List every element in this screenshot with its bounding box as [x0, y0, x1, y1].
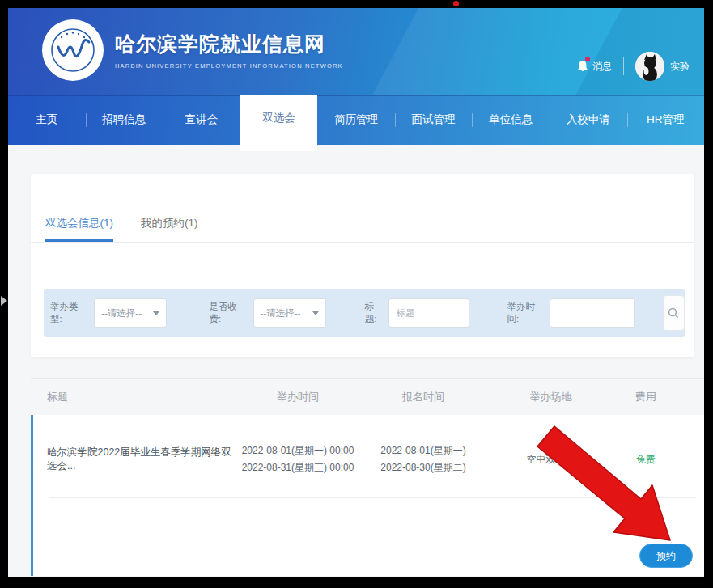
row-venue: 空中双选会 [492, 451, 609, 468]
signup-time-start: 2022-08-01(星期一) [354, 442, 492, 459]
header-actions: 消息 实验 [577, 52, 690, 81]
site-subtitle: HARBIN UNIVERSITY EMPLOYMENT INFORMATION… [115, 62, 343, 70]
header-divider [623, 57, 624, 75]
nav-item-campus-entry[interactable]: 入校申请 [550, 95, 627, 145]
hold-time-end: 2022-08-31(星期三) 00:00 [241, 459, 354, 476]
content-tabs: 双选会信息(1) 我的预约(1) [31, 174, 694, 243]
row-cells: 哈尔滨学院2022届毕业生春季学期网络双选会... 2022-08-01(星期一… [33, 415, 704, 497]
filter-time: 举办时间: [507, 298, 634, 328]
signup-time-end: 2022-08-30(星期二) [354, 459, 492, 476]
filter-title: 标题: [365, 298, 470, 328]
table-row[interactable]: 哈尔滨学院2022届毕业生春季学期网络双选会... 2022-08-01(星期一… [31, 415, 704, 576]
col-title: 标题 [47, 390, 241, 404]
logo-seal-icon [47, 24, 99, 76]
edge-artifact-icon [1, 296, 7, 306]
nav-item-infosession[interactable]: 宣讲会 [163, 95, 240, 145]
tab-fair-info[interactable]: 双选会信息(1) [45, 216, 113, 242]
row-fee-badge: 免费 [609, 453, 682, 467]
hold-time-start: 2022-08-01(星期一) 00:00 [241, 442, 354, 459]
row-hold-time: 2022-08-01(星期一) 00:00 2022-08-31(星期三) 00… [241, 442, 354, 476]
user-label: 实验 [670, 60, 690, 74]
university-logo [42, 19, 104, 81]
main-nav: 主页 招聘信息 宣讲会 双选会 简历管理 面试管理 单位信息 入校申请 HR管理 [8, 95, 704, 145]
page: 哈尔滨学院就业信息网 HARBIN UNIVERSITY EMPLOYMENT … [8, 8, 704, 577]
avatar [635, 52, 664, 81]
book-button[interactable]: 预约 [639, 544, 693, 568]
chevron-down-icon [312, 311, 319, 315]
nav-item-company[interactable]: 单位信息 [472, 95, 550, 145]
screenshot-frame: 哈尔滨学院就业信息网 HARBIN UNIVERSITY EMPLOYMENT … [0, 0, 713, 588]
bell-icon [577, 60, 588, 73]
col-signup-time: 报名时间 [354, 390, 492, 404]
time-input[interactable] [550, 298, 635, 328]
search-icon [668, 307, 679, 319]
col-hold-time: 举办时间 [241, 390, 354, 404]
fair-table: 标题 举办时间 报名时间 举办场地 费用 哈尔滨学院2022届毕业生春季学期网络… [31, 378, 704, 576]
filter-fee-label: 是否收费: [209, 301, 248, 325]
nav-item-interview[interactable]: 面试管理 [395, 95, 473, 145]
filter-type: 举办类型: --请选择-- [50, 298, 167, 328]
filter-fee-select[interactable]: --请选择-- [253, 298, 326, 328]
notification-dot [585, 57, 590, 61]
filter-type-label: 举办类型: [50, 301, 89, 325]
row-signup-time: 2022-08-01(星期一) 2022-08-30(星期二) [354, 442, 492, 476]
site-titles: 哈尔滨学院就业信息网 HARBIN UNIVERSITY EMPLOYMENT … [115, 31, 343, 70]
filter-title-label: 标题: [365, 301, 384, 325]
col-venue: 举办场地 [492, 390, 609, 404]
user-menu[interactable]: 实验 [635, 52, 690, 81]
site-title: 哈尔滨学院就业信息网 [115, 31, 343, 57]
row-divider [49, 497, 696, 498]
site-header: 哈尔滨学院就业信息网 HARBIN UNIVERSITY EMPLOYMENT … [8, 8, 704, 95]
filter-fee: 是否收费: --请选择-- [209, 298, 325, 328]
filter-bar: 举办类型: --请选择-- 是否收费: --请选择-- [44, 289, 685, 337]
nav-item-jobfair-active[interactable]: 双选会 [240, 95, 318, 151]
messages-label: 消息 [592, 60, 612, 74]
search-button[interactable] [663, 295, 685, 331]
filter-fee-value: --请选择-- [261, 307, 301, 319]
filter-type-value: --请选择-- [101, 307, 142, 319]
brand: 哈尔滨学院就业信息网 HARBIN UNIVERSITY EMPLOYMENT … [42, 19, 343, 81]
nav-item-home[interactable]: 主页 [8, 95, 86, 145]
row-title[interactable]: 哈尔滨学院2022届毕业生春季学期网络双选会... [47, 446, 241, 473]
nav-item-hr[interactable]: HR管理 [627, 95, 705, 145]
title-input[interactable] [388, 298, 469, 328]
avatar-cat-icon [635, 52, 664, 81]
cursor-marker [453, 1, 459, 6]
nav-item-resume[interactable]: 简历管理 [317, 95, 395, 145]
filter-type-select[interactable]: --请选择-- [94, 298, 167, 328]
messages-button[interactable]: 消息 [577, 60, 612, 74]
filter-time-label: 举办时间: [507, 301, 544, 325]
nav-item-jobs[interactable]: 招聘信息 [86, 95, 163, 145]
fair-card: 双选会信息(1) 我的预约(1) 举办类型: --请选择-- 是否收费: [31, 174, 694, 357]
tab-my-bookings[interactable]: 我的预约(1) [141, 216, 198, 242]
content-area: 双选会信息(1) 我的预约(1) 举办类型: --请选择-- 是否收费: [8, 174, 704, 577]
col-fee: 费用 [609, 390, 682, 404]
chevron-down-icon [153, 311, 159, 315]
table-header: 标题 举办时间 报名时间 举办场地 费用 [31, 378, 704, 412]
